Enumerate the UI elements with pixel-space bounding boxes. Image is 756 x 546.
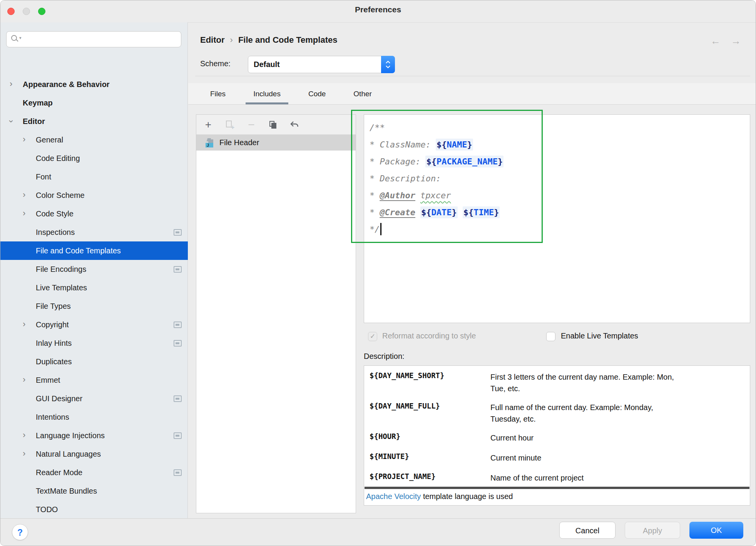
chevron-right-icon: ›: [23, 449, 36, 459]
breadcrumb-editor[interactable]: Editor: [200, 35, 225, 45]
search-dropdown-caret-icon: ▾: [19, 35, 22, 40]
reformat-checkbox: ✓: [368, 332, 377, 341]
template-list-item-file-header[interactable]: J File Header: [196, 135, 356, 151]
include-template-icon: J: [205, 138, 215, 148]
code-line: */: [370, 221, 503, 238]
title-bar: Preferences: [0, 0, 756, 23]
tab-includes[interactable]: Includes: [245, 83, 289, 104]
code-line: *@Create${DATE}${TIME}: [370, 204, 503, 221]
sidebar-item-editor[interactable]: ›Editor: [0, 112, 188, 131]
forward-arrow-icon[interactable]: →: [731, 35, 741, 47]
template-code: /** * ClassName:${NAME} * Package:${PACK…: [370, 119, 503, 238]
sidebar-item-font[interactable]: Font: [0, 167, 188, 186]
code-line: * Package:${PACKAGE_NAME}: [370, 153, 503, 170]
template-list-toolbar: + + −: [196, 115, 356, 135]
sidebar-item-code-editing[interactable]: Code Editing: [0, 149, 188, 167]
tab-code[interactable]: Code: [300, 83, 334, 104]
in-editor-settings-icon: [174, 432, 182, 439]
template-editor[interactable]: /** * ClassName:${NAME} * Package:${PACK…: [364, 114, 750, 323]
ok-button[interactable]: OK: [689, 522, 743, 539]
sidebar-item-textmate-bundles[interactable]: TextMate Bundles: [0, 482, 188, 500]
sidebar-item-inspections[interactable]: Inspections: [0, 223, 188, 241]
apache-velocity-link[interactable]: Apache Velocity: [366, 492, 421, 501]
enable-live-templates-label: Enable Live Templates: [561, 332, 638, 340]
sidebar-item-color-scheme[interactable]: ›Color Scheme: [0, 186, 188, 204]
chevron-right-icon: ›: [23, 375, 36, 385]
sidebar-item-copyright[interactable]: ›Copyright: [0, 315, 188, 334]
tab-files[interactable]: Files: [202, 83, 234, 104]
chevron-right-icon: ›: [10, 79, 23, 89]
chevron-right-icon: ›: [23, 135, 36, 145]
in-editor-settings-icon: [174, 395, 182, 402]
description-panel: ${DAY_NAME_SHORT}First 3 letters of the …: [364, 365, 750, 506]
remove-template-button: −: [246, 120, 256, 130]
scheme-select[interactable]: Default: [248, 56, 395, 73]
chevron-right-icon: ›: [23, 190, 36, 200]
sidebar-item-general[interactable]: ›General: [0, 131, 188, 149]
text-cursor: [380, 223, 381, 235]
sidebar-item-intentions[interactable]: Intentions: [0, 408, 188, 426]
copy-icon: [269, 121, 276, 129]
add-template-button[interactable]: +: [203, 120, 213, 130]
sidebar-item-todo[interactable]: TODO: [0, 500, 188, 519]
sidebar-item-code-style[interactable]: ›Code Style: [0, 204, 188, 223]
scheme-label: Scheme:: [200, 59, 231, 68]
sidebar-item-file-types[interactable]: File Types: [0, 297, 188, 315]
code-line: * ClassName:${NAME}: [370, 136, 503, 153]
in-editor-settings-icon: [174, 229, 182, 236]
sidebar-item-duplicates[interactable]: Duplicates: [0, 352, 188, 371]
sidebar-item-gui-designer[interactable]: GUI Designer: [0, 389, 188, 408]
in-editor-settings-icon: [174, 322, 182, 328]
breadcrumb-current-page: File and Code Templates: [238, 35, 338, 45]
breadcrumb-separator-icon: ›: [230, 35, 233, 45]
code-line: * Description:: [370, 170, 503, 187]
template-tabs: Files Includes Code Other: [188, 83, 756, 105]
check-icon: ✓: [370, 333, 375, 340]
in-editor-settings-icon: [174, 469, 182, 476]
search-icon-handle: [16, 39, 18, 42]
dialog-footer: ? Cancel Apply OK: [0, 518, 756, 546]
template-language-note: Apache Velocity template language is use…: [366, 492, 513, 501]
add-file-icon: +: [226, 121, 234, 129]
help-button[interactable]: ?: [12, 524, 28, 540]
in-editor-settings-icon: [174, 340, 182, 347]
chevron-right-icon: ›: [23, 320, 36, 330]
template-item-label: File Header: [219, 138, 259, 147]
scheme-selected-value: Default: [254, 56, 280, 73]
options-row: ✓ Reformat according to style Enable Liv…: [364, 331, 750, 345]
sidebar-item-natural-languages[interactable]: ›Natural Languages: [0, 445, 188, 463]
header-divider: [195, 76, 750, 76]
sidebar-item-reader-mode[interactable]: Reader Mode: [0, 463, 188, 482]
sidebar-item-file-and-code-templates[interactable]: File and Code Templates: [0, 241, 188, 260]
sidebar-item-appearance-behavior[interactable]: ›Appearance & Behavior: [0, 75, 188, 94]
preferences-window: Preferences ▾ ›Appearance & Behavior Key…: [0, 0, 756, 546]
sidebar-item-live-templates[interactable]: Live Templates: [0, 278, 188, 297]
breadcrumb: Editor›File and Code Templates: [200, 33, 337, 47]
undo-icon: [290, 121, 299, 129]
copy-template-button[interactable]: [268, 120, 278, 130]
enable-live-templates-checkbox[interactable]: [546, 332, 555, 341]
sidebar-item-keymap[interactable]: Keymap: [0, 94, 188, 112]
chevron-right-icon: ›: [23, 209, 36, 219]
reset-template-button[interactable]: [289, 120, 299, 130]
chevron-down-icon: ›: [10, 116, 23, 126]
tab-other[interactable]: Other: [345, 83, 380, 104]
cancel-button[interactable]: Cancel: [559, 522, 616, 539]
horizontal-scrollbar[interactable]: [365, 487, 749, 489]
settings-sidebar: ▾ ›Appearance & Behavior Keymap ›Editor …: [0, 22, 188, 518]
sidebar-item-language-injections[interactable]: ›Language Injections: [0, 426, 188, 445]
in-editor-settings-icon: [174, 266, 182, 273]
search-input[interactable]: ▾: [6, 31, 181, 47]
window-title: Preferences: [0, 5, 756, 14]
reformat-label: Reformat according to style: [382, 332, 476, 340]
chevron-right-icon: ›: [23, 430, 36, 440]
sidebar-item-inlay-hints[interactable]: Inlay Hints: [0, 334, 188, 352]
sidebar-item-emmet[interactable]: ›Emmet: [0, 371, 188, 389]
create-from-template-button: +: [225, 120, 235, 130]
code-line: *@Authortpxcer: [370, 187, 503, 204]
template-list-panel: + + − J File Header: [196, 114, 356, 513]
sidebar-item-file-encodings[interactable]: File Encodings: [0, 260, 188, 278]
back-arrow-icon[interactable]: ←: [711, 35, 721, 47]
apply-button: Apply: [625, 522, 680, 539]
dropdown-stepper-icon: [381, 56, 395, 73]
